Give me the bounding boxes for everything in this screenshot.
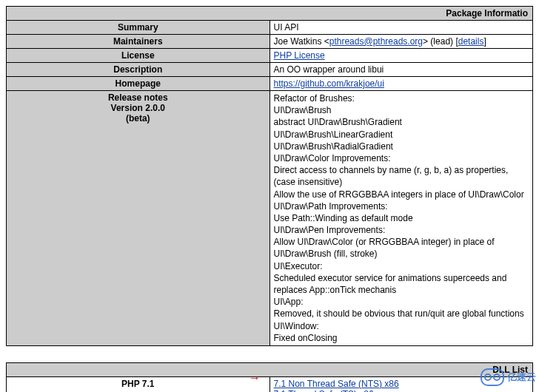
php71-label: PHP 7.1 <box>7 376 270 392</box>
homepage-label: Homepage <box>7 77 270 91</box>
release-note-line: Allow the use of RRGGBBAA integers in pl… <box>274 189 529 200</box>
maintainer-details-link[interactable]: details <box>458 36 484 47</box>
license-value: PHP License <box>270 49 533 63</box>
dll-list-table: DLL List PHP 7.1 7.1 Non Thread Safe (NT… <box>6 362 533 392</box>
notes-label-1: Release notes <box>10 92 266 103</box>
dll-list-header: DLL List <box>7 362 533 376</box>
homepage-value: https://github.com/krakjoe/ui <box>270 77 533 91</box>
notes-label-3: (beta) <box>10 113 266 124</box>
package-info-header: Package Informatio <box>7 7 533 21</box>
release-notes-value: Refactor of Brushes:UI\Draw\Brushabstrac… <box>270 91 533 346</box>
description-label: Description <box>7 63 270 77</box>
maintainers-label: Maintainers <box>7 35 270 49</box>
cloud-icon <box>481 368 504 386</box>
release-note-line: UI\Executor: <box>274 260 529 272</box>
release-note-line: Allow UI\Draw\Color (or RRGGBBAA integer… <box>274 236 529 260</box>
maintainer-email-link[interactable]: pthreads@pthreads.org <box>329 36 423 47</box>
release-note-line: UI\Draw\Color Improvements: <box>274 152 529 164</box>
release-notes-label: Release notes Version 2.0.0 (beta) <box>7 91 270 346</box>
release-note-line: abstract UI\Draw\Brush\Gradient <box>274 116 529 128</box>
release-note-line: UI\App: <box>274 296 529 308</box>
release-note-line: UI\Draw\Path Improvements: <box>274 200 529 212</box>
release-note-line: Fixed onClosing <box>274 332 529 344</box>
description-value: An OO wrapper around libui <box>270 63 533 77</box>
maintainer-name: Joe Watkins < <box>274 36 329 47</box>
watermark: 亿速云 <box>481 368 536 386</box>
release-note-line: Refactor of Brushes: <box>274 92 529 104</box>
homepage-link[interactable]: https://github.com/krakjoe/ui <box>274 78 384 89</box>
release-note-line: UI\Draw\Brush <box>274 104 529 116</box>
release-note-line: UI\Draw\Brush\LinearGradient <box>274 129 529 141</box>
release-note-line: Scheduled executor service for animation… <box>274 272 529 296</box>
summary-value: UI API <box>270 21 533 35</box>
maintainer-after: > (lead) [ <box>423 36 458 47</box>
watermark-text: 亿速云 <box>507 371 536 384</box>
release-note-line: UI\Draw\Brush\RadialGradient <box>274 141 529 152</box>
php71-link-1[interactable]: 7.1 Thread Safe (TS) x86 <box>274 389 374 392</box>
release-note-line: Direct access to channels by name (r, g,… <box>274 164 529 188</box>
php71-link-0[interactable]: 7.1 Non Thread Safe (NTS) x86 <box>274 379 399 389</box>
release-note-line: UI\Draw\Pen Improvements: <box>274 224 529 236</box>
maintainer-close: ] <box>483 36 486 47</box>
package-info-table: Package Informatio Summary UI API Mainta… <box>6 6 533 346</box>
license-label: License <box>7 49 270 63</box>
release-note-line: UI\Window: <box>274 320 529 332</box>
release-note-line: Use Path::Winding as default mode <box>274 212 529 224</box>
summary-label: Summary <box>7 21 270 35</box>
maintainers-value: Joe Watkins <pthreads@pthreads.org> (lea… <box>270 35 533 49</box>
license-link[interactable]: PHP License <box>274 50 325 61</box>
notes-label-2: Version 2.0.0 <box>10 103 266 113</box>
release-note-line: Removed, it should be obvious that run/q… <box>274 308 529 320</box>
